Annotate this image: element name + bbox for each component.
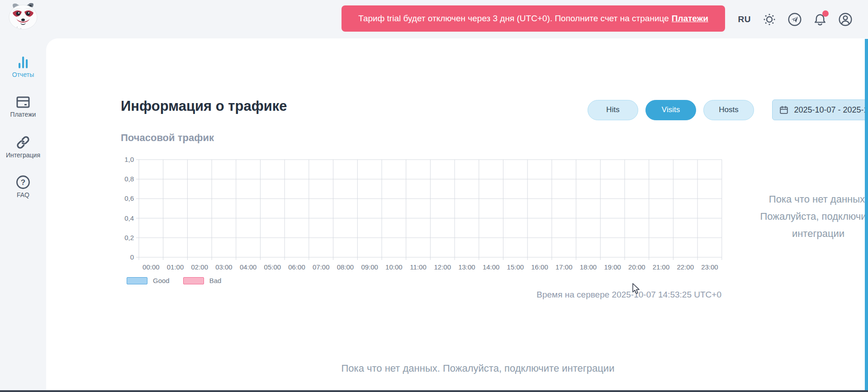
telegram-icon[interactable]	[788, 13, 802, 26]
traffic-controls: Hits Visits Hosts 2025-10-07 - 2025-10-0…	[588, 99, 868, 120]
bar-chart-icon	[16, 56, 30, 69]
chart-legend: Good Bad	[127, 277, 221, 284]
svg-text:00:00: 00:00	[142, 263, 160, 271]
empty-state-bottom: Пока что нет данных. Пожалуйста, подключ…	[92, 363, 863, 374]
sidebar-item-label: Интеграция	[6, 152, 40, 159]
svg-text:19:00: 19:00	[604, 263, 621, 271]
sidebar-item-label: FAQ	[17, 192, 29, 198]
header-actions: RU	[738, 0, 852, 38]
sidebar-item-integration[interactable]: Интеграция	[0, 135, 46, 161]
date-range-picker[interactable]: 2025-10-07 - 2025-10-07	[772, 99, 868, 120]
date-range-value: 2025-10-07 - 2025-10-07	[794, 105, 868, 115]
notifications-bell-icon[interactable]	[813, 13, 827, 26]
section-title: Почасовой трафик	[121, 132, 214, 144]
notification-badge	[822, 10, 829, 17]
svg-text:23:00: 23:00	[701, 263, 718, 271]
empty-state-side: Пока что нет данных. Пожалуйста, подключ…	[748, 191, 868, 242]
svg-text:0,4: 0,4	[124, 214, 134, 222]
svg-text:0,6: 0,6	[124, 194, 134, 202]
theme-sun-icon[interactable]	[763, 13, 776, 26]
legend-swatch-bad	[183, 277, 204, 284]
tab-hosts[interactable]: Hosts	[703, 100, 754, 120]
legend-item-bad: Bad	[183, 277, 222, 284]
svg-text:21:00: 21:00	[653, 263, 670, 271]
svg-text:13:00: 13:00	[458, 263, 475, 271]
svg-text:02:00: 02:00	[191, 263, 208, 271]
calendar-icon	[779, 105, 789, 115]
tab-hits[interactable]: Hits	[588, 100, 638, 120]
legend-label: Good	[153, 277, 170, 284]
svg-text:17:00: 17:00	[555, 263, 573, 271]
svg-text:?: ?	[21, 178, 25, 187]
language-switcher[interactable]: RU	[738, 14, 751, 24]
main-content: Информация о трафике Hits Visits Hosts 2…	[46, 38, 868, 392]
svg-text:16:00: 16:00	[531, 263, 548, 271]
svg-text:0,2: 0,2	[124, 234, 134, 241]
svg-text:22:00: 22:00	[677, 263, 694, 271]
svg-text:14:00: 14:00	[483, 263, 500, 271]
svg-text:04:00: 04:00	[240, 263, 257, 271]
svg-text:11:00: 11:00	[410, 263, 426, 271]
banner-text: Тариф trial будет отключен через 3 дня (…	[358, 14, 669, 24]
credit-card-icon	[15, 95, 31, 109]
server-time: Время на сервере 2025-10-07 14:53:25 UTC…	[495, 290, 721, 300]
svg-text:06:00: 06:00	[288, 263, 305, 271]
question-circle-icon: ?	[16, 175, 30, 189]
bottom-edge-strip	[0, 390, 868, 392]
svg-text:18:00: 18:00	[580, 263, 597, 271]
svg-text:08:00: 08:00	[337, 263, 354, 271]
sidebar-item-faq[interactable]: ? FAQ	[0, 175, 46, 201]
raccoon-logo-icon	[7, 2, 40, 32]
svg-text:15:00: 15:00	[507, 263, 524, 271]
hourly-traffic-chart: 1,00,80,60,40,2000:0001:0002:0003:0004:0…	[114, 153, 731, 274]
legend-label: Bad	[209, 277, 222, 284]
svg-text:12:00: 12:00	[434, 263, 451, 271]
svg-text:03:00: 03:00	[215, 263, 232, 271]
sidebar-item-label: Платежи	[10, 111, 36, 118]
account-icon[interactable]	[839, 13, 852, 26]
legend-swatch-good	[127, 277, 147, 284]
svg-text:20:00: 20:00	[628, 263, 645, 271]
svg-text:07:00: 07:00	[313, 263, 330, 271]
svg-text:0: 0	[130, 253, 134, 261]
sidebar-item-label: Отчеты	[12, 71, 34, 78]
sidebar-item-reports[interactable]: Отчеты	[0, 56, 46, 82]
top-header: Тариф trial будет отключен через 3 дня (…	[0, 0, 868, 38]
app-logo[interactable]	[7, 2, 40, 32]
tab-visits[interactable]: Visits	[645, 100, 696, 120]
svg-text:10:00: 10:00	[385, 263, 403, 271]
banner-payments-link[interactable]: Платежи	[672, 14, 708, 24]
link-icon	[15, 135, 31, 150]
vertical-scrollbar[interactable]	[865, 39, 868, 390]
svg-text:09:00: 09:00	[361, 263, 378, 271]
svg-text:05:00: 05:00	[264, 263, 281, 271]
sidebar: Отчеты Платежи Интеграция ? FAQ	[0, 38, 46, 392]
sidebar-item-payments[interactable]: Платежи	[0, 95, 46, 122]
svg-text:01:00: 01:00	[167, 263, 184, 271]
svg-text:0,8: 0,8	[124, 175, 134, 183]
trial-warning-banner: Тариф trial будет отключен через 3 дня (…	[342, 5, 725, 32]
legend-item-good: Good	[127, 277, 170, 284]
page-title: Информация о трафике	[121, 98, 287, 114]
svg-text:1,0: 1,0	[124, 156, 134, 163]
